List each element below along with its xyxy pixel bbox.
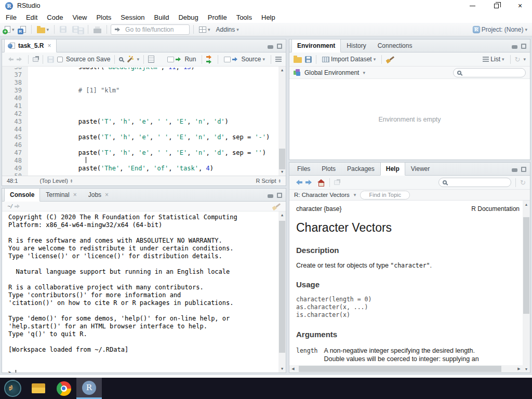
code-line[interactable]: 46 xyxy=(2,141,286,149)
save-workspace-icon[interactable] xyxy=(305,56,312,63)
maximize-pane-icon[interactable] xyxy=(521,44,526,49)
code-line[interactable]: 40 xyxy=(2,95,286,102)
scroll-thumb[interactable] xyxy=(279,221,285,353)
document-outline-icon[interactable] xyxy=(275,57,282,58)
code-line[interactable]: 42 xyxy=(2,110,286,118)
scroll-left-icon[interactable]: ◀ xyxy=(289,365,297,373)
taskbar-rstudio-button[interactable]: R xyxy=(76,378,102,399)
code-line[interactable]: 36 substr('abcdefghijklm', 11, 13) xyxy=(2,68,286,71)
load-workspace-icon[interactable] xyxy=(294,57,302,63)
find-in-topic-input[interactable]: Find in Topic xyxy=(360,191,410,200)
close-button[interactable]: × xyxy=(508,0,532,11)
minimize-pane-icon[interactable] xyxy=(512,45,517,49)
menu-item[interactable]: File xyxy=(1,11,21,23)
tab-jobs[interactable]: Jobs × xyxy=(83,188,114,201)
code-line[interactable]: 45 paste('T', 'h', 'e', ' ', 'E', 'n', '… xyxy=(2,134,286,141)
scroll-up-icon[interactable]: ▲ xyxy=(523,201,530,208)
source-button[interactable]: Source ▾ xyxy=(222,55,267,64)
tab-terminal[interactable]: Terminal × xyxy=(40,188,82,201)
minimize-pane-icon[interactable] xyxy=(512,168,517,172)
scroll-up-icon[interactable]: ▲ xyxy=(278,211,286,219)
scroll-up-icon[interactable]: ▲ xyxy=(278,66,286,74)
refresh-icon[interactable]: ↻ xyxy=(515,56,521,63)
code-line[interactable]: 38 xyxy=(2,79,286,87)
scroll-thumb[interactable] xyxy=(523,217,529,314)
tab-packages[interactable]: Packages xyxy=(341,162,380,175)
code-line[interactable]: 41 paste('T', 'h', 'e', ' ', 'E', 'n', '… xyxy=(2,102,286,110)
tab-connections[interactable]: Connections xyxy=(372,39,418,52)
import-dataset-button[interactable]: Import Dataset ▾ xyxy=(321,55,377,64)
pane-layout-button[interactable]: ▾ xyxy=(197,25,212,34)
open-in-new-window-icon[interactable] xyxy=(33,57,38,62)
close-tab-icon[interactable]: × xyxy=(47,42,51,49)
environment-search-input[interactable] xyxy=(453,68,526,77)
run-button[interactable]: Run xyxy=(166,55,197,64)
menu-item[interactable]: Profile xyxy=(203,11,232,23)
help-back-icon[interactable] xyxy=(294,180,302,185)
menu-item[interactable]: Tools xyxy=(232,11,257,23)
tab-viewer[interactable]: Viewer xyxy=(405,162,435,175)
open-file-button[interactable]: ▾ xyxy=(35,25,51,34)
code-line[interactable]: 37 # [1] "klm" xyxy=(2,71,286,79)
tab-console[interactable]: Console xyxy=(4,188,40,202)
close-tab-icon[interactable]: × xyxy=(105,191,109,198)
goto-file-input[interactable]: Go to file/function xyxy=(111,24,190,35)
maximize-pane-icon[interactable] xyxy=(277,44,282,49)
help-search-input[interactable] xyxy=(438,178,511,187)
scroll-thumb[interactable] xyxy=(279,149,285,169)
home-icon[interactable] xyxy=(317,179,325,186)
save-button[interactable] xyxy=(58,25,68,34)
scroll-down-icon[interactable]: ▼ xyxy=(278,365,286,373)
menu-item[interactable]: View xyxy=(68,11,91,23)
code-editor[interactable]: 36 substr('abcdefghijklm', 11, 13) 37 # … xyxy=(2,66,286,176)
project-menu-button[interactable]: R Project: (None) ▾ xyxy=(471,25,529,34)
clear-environment-icon[interactable] xyxy=(386,56,394,63)
close-tab-icon[interactable]: × xyxy=(73,191,77,198)
tab-task-5-r[interactable]: task_5.R × xyxy=(4,39,57,52)
scroll-right-icon[interactable]: ▶ xyxy=(515,365,523,373)
menu-item[interactable]: Help xyxy=(257,11,280,23)
console-prompt-line[interactable]: > xyxy=(8,369,277,373)
menu-item[interactable]: Plots xyxy=(91,11,116,23)
clear-console-icon[interactable] xyxy=(272,203,281,210)
minimize-button[interactable] xyxy=(460,0,484,11)
code-tools-icon[interactable] xyxy=(126,56,134,63)
restore-button[interactable] xyxy=(484,0,508,11)
print-button[interactable] xyxy=(92,25,103,34)
maximize-pane-icon[interactable] xyxy=(521,167,526,172)
scroll-thumb[interactable] xyxy=(299,366,501,372)
scroll-down-icon[interactable]: ▼ xyxy=(278,168,286,176)
open-in-new-window-icon[interactable] xyxy=(334,180,340,185)
source-on-save-checkbox[interactable] xyxy=(57,57,63,62)
code-line[interactable]: 43 paste('T', 'h', 'e', ' ', 'E', 'n', '… xyxy=(2,118,286,126)
code-line[interactable]: 48 xyxy=(2,157,286,165)
save-source-icon[interactable] xyxy=(47,56,54,63)
taskbar-explorer-button[interactable] xyxy=(25,378,51,399)
taskbar-chrome-button[interactable] xyxy=(51,378,76,399)
menu-item[interactable]: Edit xyxy=(21,11,42,23)
addins-button[interactable]: Addins ▾ xyxy=(215,25,241,34)
help-vscrollbar[interactable]: ▲ ▼ xyxy=(523,201,530,373)
tab-environment[interactable]: Environment xyxy=(291,39,341,52)
tab-files[interactable]: Files xyxy=(291,162,316,175)
minimize-pane-icon[interactable] xyxy=(268,45,273,49)
help-hscrollbar[interactable]: ◀ ▶ xyxy=(289,365,523,373)
console-output[interactable]: Copyright (C) 2020 The R Foundation for … xyxy=(2,211,286,373)
tab-plots[interactable]: Plots xyxy=(316,162,341,175)
forward-icon[interactable] xyxy=(17,57,24,61)
scope-selector[interactable]: (Top Level) ▲▼ xyxy=(39,178,73,184)
taskbar-shell-button[interactable] xyxy=(0,378,25,399)
environment-scope-label[interactable]: Global Environment xyxy=(304,69,359,76)
tab-history[interactable]: History xyxy=(341,39,371,52)
list-view-button[interactable]: List ▾ xyxy=(481,55,506,64)
new-file-button[interactable]: + ▾ xyxy=(3,25,16,34)
editor-vscrollbar[interactable]: ▲ ▼ xyxy=(278,66,286,176)
save-all-button[interactable] xyxy=(71,25,84,34)
find-replace-icon[interactable] xyxy=(119,57,123,61)
code-line[interactable]: 44 xyxy=(2,126,286,134)
tab-help[interactable]: Help xyxy=(380,162,405,176)
rerun-button[interactable] xyxy=(206,55,214,64)
scroll-down-icon[interactable]: ▼ xyxy=(523,365,530,373)
menu-item[interactable]: Code xyxy=(42,11,68,23)
menu-item[interactable]: Build xyxy=(150,11,174,23)
